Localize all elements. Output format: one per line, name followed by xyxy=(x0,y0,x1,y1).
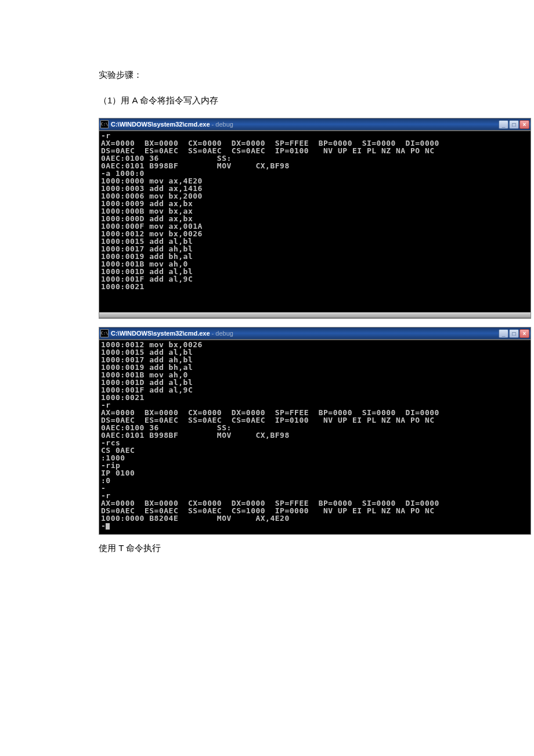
title-sep: - xyxy=(210,330,216,337)
cmd-icon: C:\ xyxy=(100,329,109,337)
title-path: C:\WINDOWS\system32\cmd.exe xyxy=(111,121,210,128)
close-button[interactable]: × xyxy=(519,329,529,338)
footer-text: 使用 T 命令执行 xyxy=(99,543,435,554)
title-text-2: C:\WINDOWS\system32\cmd.exe - debug xyxy=(111,330,499,337)
close-button[interactable]: × xyxy=(519,120,529,129)
title-sep: - xyxy=(210,121,216,128)
maximize-button[interactable]: □ xyxy=(509,120,519,129)
titlebar-2[interactable]: C:\ C:\WINDOWS\system32\cmd.exe - debug … xyxy=(99,327,531,339)
window-controls-1: _ □ × xyxy=(499,120,529,129)
minimize-button[interactable]: _ xyxy=(499,120,508,129)
cmd-window-1: C:\ C:\WINDOWS\system32\cmd.exe - debug … xyxy=(99,118,531,319)
title-path: C:\WINDOWS\system32\cmd.exe xyxy=(111,330,210,337)
window-controls-2: _ □ × xyxy=(499,329,529,338)
title-text-1: C:\WINDOWS\system32\cmd.exe - debug xyxy=(111,121,499,128)
title-app: debug xyxy=(215,121,233,128)
cmd-icon: C:\ xyxy=(100,120,109,128)
terminal-body-1[interactable]: -r AX=0000 BX=0000 CX=0000 DX=0000 SP=FF… xyxy=(99,131,531,310)
step-1-heading: （1）用 A 命令将指令写入内存 xyxy=(99,95,435,106)
minimize-button[interactable]: _ xyxy=(499,329,508,338)
terminal-body-2[interactable]: 1000:0012 mov bx,0026 1000:0015 add al,b… xyxy=(99,340,531,534)
cursor xyxy=(106,523,110,530)
maximize-button[interactable]: □ xyxy=(509,329,519,338)
titlebar-1[interactable]: C:\ C:\WINDOWS\system32\cmd.exe - debug … xyxy=(99,118,531,130)
title-app: debug xyxy=(215,330,233,337)
steps-label: 实验步骤： xyxy=(99,70,435,81)
cmd-window-2: C:\ C:\WINDOWS\system32\cmd.exe - debug … xyxy=(99,327,531,535)
separator-bar xyxy=(99,312,531,318)
